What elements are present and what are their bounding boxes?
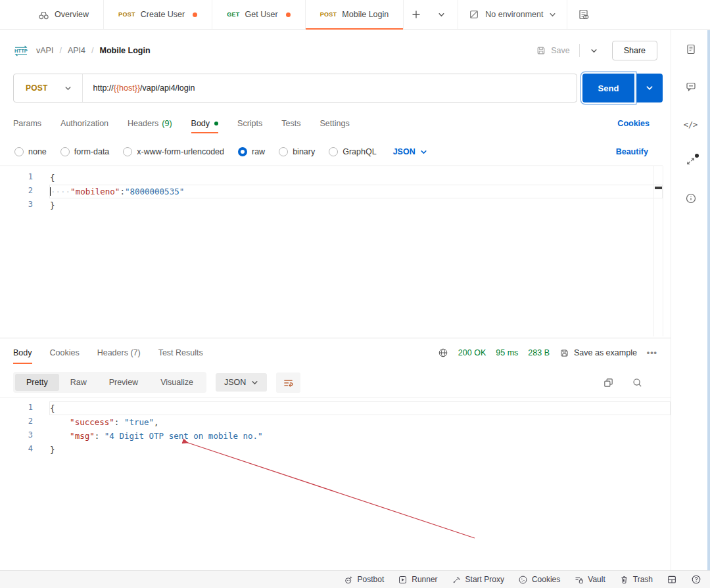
request-tab-bar: Overview POST Create User GET Get User P… [0,0,710,30]
request-body-editor[interactable]: 1{2····"mobileno":"8000000535"3} [0,166,663,337]
breadcrumb-folder[interactable]: vAPI [36,46,53,55]
globe-icon[interactable] [438,348,448,358]
mode-binary[interactable]: binary [279,147,315,156]
breadcrumb: HTTP vAPI / API4 / Mobile Login [13,45,151,57]
view-visualize[interactable]: Visualize [149,374,204,391]
code-line[interactable]: 4} [0,443,671,457]
radio-icon [60,147,70,156]
response-toolbar-right [603,377,657,388]
tab-create-user[interactable]: POST Create User [104,0,212,29]
request-url-bar: POST http://{{host}}/vapi/api4/login Sen… [13,74,663,102]
tab-authorization[interactable]: Authorization [60,110,108,137]
view-raw[interactable]: Raw [59,374,98,391]
new-tab-button[interactable] [404,0,429,29]
mode-x-www-form-urlencoded[interactable]: x-www-form-urlencoded [123,147,224,156]
response-tab-test-results[interactable]: Test Results [158,338,203,367]
wrap-lines-button[interactable] [276,373,300,393]
save-options-chevron[interactable] [585,47,603,55]
url-box: POST http://{{host}}/vapi/api4/login [13,74,577,102]
method-value: POST [26,83,47,93]
code-line[interactable]: 3 "msg": "4 Digit OTP sent on mobile no.… [0,429,671,443]
info-icon[interactable] [685,192,697,204]
response-size[interactable]: 283 B [528,348,550,357]
start-proxy-button[interactable]: Start Proxy [452,575,504,585]
tab-mobile-login[interactable]: POST Mobile Login [306,0,404,29]
line-number: 1 [0,401,33,415]
tab-overview[interactable]: Overview [24,0,104,29]
tab-label: Mobile Login [342,10,389,19]
response-tab-body[interactable]: Body [13,338,32,367]
trash-button[interactable]: Trash [619,575,653,585]
code-line[interactable]: 3} [0,198,663,212]
vault-button[interactable]: Vault [574,575,605,585]
raw-language-dropdown[interactable]: JSON [393,147,427,156]
panel-layout-button[interactable] [667,574,677,585]
view-preview[interactable]: Preview [98,374,149,391]
status-code[interactable]: 200 OK [458,348,486,357]
save-as-example-button[interactable]: Save as example [559,348,637,358]
http-request-icon: HTTP [13,45,29,57]
tab-tests[interactable]: Tests [281,110,300,137]
chevron-down-icon [549,11,556,18]
help-button[interactable] [691,574,701,585]
search-icon[interactable] [632,377,643,388]
tab-headers[interactable]: Headers (9) [128,110,172,137]
mode-raw[interactable]: raw [238,147,265,156]
mode-graphql[interactable]: GraphQL [329,147,376,156]
cookies-link[interactable]: Cookies [617,119,650,128]
request-section-tabs: Params Authorization Headers (9) Body Sc… [0,110,663,137]
view-pretty[interactable]: Pretty [15,374,59,391]
code-line[interactable]: 2····"mobileno":"8000000535" [0,185,663,198]
tab-body[interactable]: Body [191,110,219,137]
response-tab-cookies[interactable]: Cookies [50,338,80,367]
tab-scripts[interactable]: Scripts [237,110,262,137]
editor-scroll-mark [655,187,662,189]
documentation-icon[interactable] [685,43,697,55]
tab-settings[interactable]: Settings [320,110,349,137]
radio-icon [123,147,132,156]
send-button[interactable]: Send [582,74,634,102]
help-icon [691,574,701,585]
url-input[interactable]: http://{{host}}/vapi/api4/login [83,83,204,93]
share-button[interactable]: Share [612,41,657,60]
code-snippet-icon[interactable]: </> [684,118,698,130]
response-view-toolbar: Pretty Raw Preview Visualize JSON [0,367,671,397]
floppy-icon [559,348,569,358]
request-title[interactable]: Mobile Login [99,46,150,55]
response-language-dropdown[interactable]: JSON [216,373,267,392]
response-meta: 200 OK 95 ms 283 B Save as example ••• [438,348,657,358]
binoculars-icon [38,9,49,20]
runner-button[interactable]: Runner [398,575,437,585]
line-number: 3 [0,429,33,443]
postbot-button[interactable]: Postbot [344,575,385,585]
copy-icon[interactable] [603,377,614,388]
method-dropdown[interactable]: POST [14,83,82,93]
request-actions: Save Share [532,41,657,60]
related-requests-icon[interactable] [685,156,696,167]
tab-params[interactable]: Params [13,110,41,137]
code-line[interactable]: 1{ [0,401,671,415]
code-line[interactable]: 2 "success": "true", [0,415,671,429]
beautify-link[interactable]: Beautify [616,147,648,156]
response-tab-headers[interactable]: Headers (7) [97,338,141,367]
code-line[interactable]: 1{ [0,171,663,185]
mode-form-data[interactable]: form-data [60,147,110,156]
comments-icon[interactable] [685,81,697,93]
breadcrumb-separator: / [59,46,61,55]
tab-options-chevron[interactable] [429,0,454,29]
postman-app: Overview POST Create User GET Get User P… [0,0,710,588]
breadcrumb-subfolder[interactable]: API4 [68,46,85,55]
tab-get-user[interactable]: GET Get User [212,0,305,29]
cookies-button[interactable]: Cookies [518,575,560,585]
response-options-button[interactable]: ••• [647,348,657,357]
environment-selector[interactable]: No environment [458,0,567,29]
environment-quick-look-button[interactable] [567,0,600,29]
response-body-editor[interactable]: 1{2 "success": "true",3 "msg": "4 Digit … [0,397,671,570]
send-options-chevron[interactable] [636,74,663,102]
method-badge: POST [320,11,337,18]
mode-none[interactable]: none [14,147,47,156]
editor-scrollbar[interactable] [653,166,663,336]
save-button[interactable]: Save [532,45,574,56]
tab-label: Create User [141,10,185,19]
response-time[interactable]: 95 ms [496,348,518,357]
